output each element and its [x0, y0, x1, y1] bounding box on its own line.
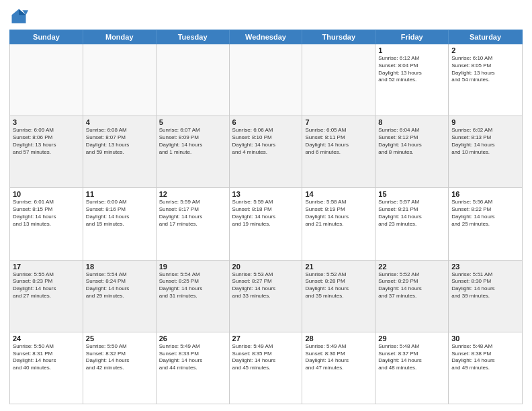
calendar-week: 1Sunrise: 6:12 AM Sunset: 8:04 PM Daylig… [10, 44, 522, 116]
calendar-cell: 14Sunrise: 5:58 AM Sunset: 8:19 PM Dayli… [302, 188, 375, 259]
calendar-cell: 21Sunrise: 5:52 AM Sunset: 8:28 PM Dayli… [302, 261, 375, 332]
calendar-cell [157, 44, 230, 116]
calendar-week: 10Sunrise: 6:01 AM Sunset: 8:15 PM Dayli… [10, 188, 522, 260]
calendar-week: 17Sunrise: 5:55 AM Sunset: 8:23 PM Dayli… [10, 261, 522, 332]
calendar-cell: 15Sunrise: 5:57 AM Sunset: 8:21 PM Dayli… [375, 188, 449, 259]
day-number: 7 [305, 118, 372, 126]
day-number: 1 [378, 46, 445, 54]
cell-info: Sunrise: 6:00 AM Sunset: 8:16 PM Dayligh… [86, 199, 153, 228]
day-number: 2 [451, 46, 519, 54]
page: SundayMondayTuesdayWednesdayThursdayFrid… [0, 0, 532, 411]
calendar-cell [302, 44, 375, 116]
cell-info: Sunrise: 5:50 AM Sunset: 8:31 PM Dayligh… [13, 343, 80, 372]
calendar-cell: 23Sunrise: 5:51 AM Sunset: 8:30 PM Dayli… [449, 261, 522, 332]
calendar-header-cell: Tuesday [157, 30, 230, 44]
day-number: 22 [378, 263, 445, 271]
cell-info: Sunrise: 6:07 AM Sunset: 8:09 PM Dayligh… [159, 127, 226, 156]
cell-info: Sunrise: 5:53 AM Sunset: 8:27 PM Dayligh… [232, 271, 300, 300]
calendar-cell: 22Sunrise: 5:52 AM Sunset: 8:29 PM Dayli… [375, 261, 449, 332]
calendar-cell: 28Sunrise: 5:49 AM Sunset: 8:36 PM Dayli… [302, 332, 375, 404]
day-number: 30 [451, 334, 519, 342]
cell-info: Sunrise: 5:56 AM Sunset: 8:22 PM Dayligh… [451, 199, 519, 228]
day-number: 14 [305, 190, 372, 198]
calendar-header-cell: Friday [375, 30, 449, 44]
calendar-cell [10, 44, 83, 116]
calendar-cell: 11Sunrise: 6:00 AM Sunset: 8:16 PM Dayli… [83, 188, 157, 259]
day-number: 4 [86, 118, 153, 126]
cell-info: Sunrise: 6:12 AM Sunset: 8:04 PM Dayligh… [378, 55, 445, 84]
day-number: 3 [13, 118, 80, 126]
calendar-header-cell: Thursday [302, 30, 375, 44]
calendar-week: 24Sunrise: 5:50 AM Sunset: 8:31 PM Dayli… [10, 332, 522, 404]
day-number: 24 [13, 334, 80, 342]
cell-info: Sunrise: 5:55 AM Sunset: 8:23 PM Dayligh… [13, 271, 80, 300]
calendar-header-cell: Saturday [449, 30, 522, 44]
cell-info: Sunrise: 6:10 AM Sunset: 8:05 PM Dayligh… [451, 55, 519, 84]
calendar-header-row: SundayMondayTuesdayWednesdayThursdayFrid… [9, 30, 523, 44]
calendar-cell: 3Sunrise: 6:09 AM Sunset: 8:06 PM Daylig… [10, 116, 83, 187]
day-number: 18 [86, 263, 153, 271]
calendar-cell: 25Sunrise: 5:50 AM Sunset: 8:32 PM Dayli… [83, 332, 157, 404]
day-number: 29 [378, 334, 445, 342]
calendar-cell: 26Sunrise: 5:49 AM Sunset: 8:33 PM Dayli… [157, 332, 230, 404]
day-number: 10 [13, 190, 80, 198]
day-number: 5 [159, 118, 226, 126]
calendar-header-cell: Sunday [10, 30, 83, 44]
header [9, 7, 523, 26]
cell-info: Sunrise: 5:59 AM Sunset: 8:18 PM Dayligh… [232, 199, 300, 228]
calendar-cell: 10Sunrise: 6:01 AM Sunset: 8:15 PM Dayli… [10, 188, 83, 259]
cell-info: Sunrise: 5:49 AM Sunset: 8:33 PM Dayligh… [159, 343, 226, 372]
day-number: 13 [232, 190, 300, 198]
cell-info: Sunrise: 6:05 AM Sunset: 8:11 PM Dayligh… [305, 127, 372, 156]
calendar-cell [83, 44, 157, 116]
day-number: 12 [159, 190, 226, 198]
cell-info: Sunrise: 5:51 AM Sunset: 8:30 PM Dayligh… [451, 271, 519, 300]
calendar-cell: 24Sunrise: 5:50 AM Sunset: 8:31 PM Dayli… [10, 332, 83, 404]
calendar-cell: 8Sunrise: 6:04 AM Sunset: 8:12 PM Daylig… [375, 116, 449, 187]
day-number: 19 [159, 263, 226, 271]
day-number: 23 [451, 263, 519, 271]
calendar-cell: 6Sunrise: 6:06 AM Sunset: 8:10 PM Daylig… [230, 116, 303, 187]
calendar-cell: 18Sunrise: 5:54 AM Sunset: 8:24 PM Dayli… [83, 261, 157, 332]
cell-info: Sunrise: 6:04 AM Sunset: 8:12 PM Dayligh… [378, 127, 445, 156]
calendar-cell: 13Sunrise: 5:59 AM Sunset: 8:18 PM Dayli… [230, 188, 303, 259]
cell-info: Sunrise: 6:09 AM Sunset: 8:06 PM Dayligh… [13, 127, 80, 156]
logo-icon [9, 7, 28, 26]
cell-info: Sunrise: 5:48 AM Sunset: 8:37 PM Dayligh… [378, 343, 445, 372]
cell-info: Sunrise: 5:58 AM Sunset: 8:19 PM Dayligh… [305, 199, 372, 228]
cell-info: Sunrise: 5:52 AM Sunset: 8:29 PM Dayligh… [378, 271, 445, 300]
calendar-cell: 19Sunrise: 5:54 AM Sunset: 8:25 PM Dayli… [157, 261, 230, 332]
day-number: 27 [232, 334, 300, 342]
calendar-cell: 16Sunrise: 5:56 AM Sunset: 8:22 PM Dayli… [449, 188, 522, 259]
calendar-cell: 4Sunrise: 6:08 AM Sunset: 8:07 PM Daylig… [83, 116, 157, 187]
cell-info: Sunrise: 5:49 AM Sunset: 8:36 PM Dayligh… [305, 343, 372, 372]
calendar-cell: 27Sunrise: 5:49 AM Sunset: 8:35 PM Dayli… [230, 332, 303, 404]
cell-info: Sunrise: 5:57 AM Sunset: 8:21 PM Dayligh… [378, 199, 445, 228]
logo [9, 7, 31, 26]
calendar-cell: 30Sunrise: 5:48 AM Sunset: 8:38 PM Dayli… [449, 332, 522, 404]
calendar-cell: 9Sunrise: 6:02 AM Sunset: 8:13 PM Daylig… [449, 116, 522, 187]
cell-info: Sunrise: 6:01 AM Sunset: 8:15 PM Dayligh… [13, 199, 80, 228]
cell-info: Sunrise: 5:48 AM Sunset: 8:38 PM Dayligh… [451, 343, 519, 372]
day-number: 16 [451, 190, 519, 198]
cell-info: Sunrise: 5:52 AM Sunset: 8:28 PM Dayligh… [305, 271, 372, 300]
day-number: 28 [305, 334, 372, 342]
calendar-cell: 7Sunrise: 6:05 AM Sunset: 8:11 PM Daylig… [302, 116, 375, 187]
calendar-cell: 5Sunrise: 6:07 AM Sunset: 8:09 PM Daylig… [157, 116, 230, 187]
day-number: 9 [451, 118, 519, 126]
calendar-cell: 17Sunrise: 5:55 AM Sunset: 8:23 PM Dayli… [10, 261, 83, 332]
calendar-header-cell: Wednesday [230, 30, 303, 44]
calendar-cell: 1Sunrise: 6:12 AM Sunset: 8:04 PM Daylig… [375, 44, 449, 116]
day-number: 26 [159, 334, 226, 342]
day-number: 8 [378, 118, 445, 126]
calendar-header-cell: Monday [83, 30, 157, 44]
calendar-week: 3Sunrise: 6:09 AM Sunset: 8:06 PM Daylig… [10, 116, 522, 188]
day-number: 11 [86, 190, 153, 198]
calendar-cell: 20Sunrise: 5:53 AM Sunset: 8:27 PM Dayli… [230, 261, 303, 332]
cell-info: Sunrise: 6:06 AM Sunset: 8:10 PM Dayligh… [232, 127, 300, 156]
day-number: 15 [378, 190, 445, 198]
cell-info: Sunrise: 5:54 AM Sunset: 8:24 PM Dayligh… [86, 271, 153, 300]
calendar-cell: 12Sunrise: 5:59 AM Sunset: 8:17 PM Dayli… [157, 188, 230, 259]
calendar-body: 1Sunrise: 6:12 AM Sunset: 8:04 PM Daylig… [9, 44, 523, 404]
cell-info: Sunrise: 6:02 AM Sunset: 8:13 PM Dayligh… [451, 127, 519, 156]
